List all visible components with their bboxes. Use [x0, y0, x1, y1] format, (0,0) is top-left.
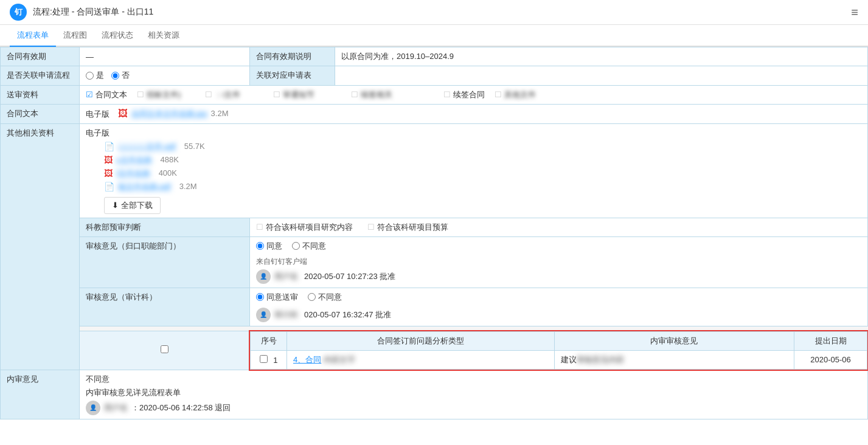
- related-process-label: 是否关联申请流程: [1, 66, 80, 86]
- col-opinion-header: 内审审核意见: [554, 331, 794, 350]
- contract-validity-label: 合同有效期: [1, 47, 80, 66]
- issue-row-1-type: 4、合同 内容文字: [287, 350, 555, 369]
- tab-process-form[interactable]: 流程表单: [10, 25, 56, 47]
- download-all-button[interactable]: ⬇ 全部下载: [104, 197, 161, 214]
- main-content: 合同有效期 — 合同有效期说明 以原合同为准，2019.10–2024.9 是否…: [0, 47, 868, 437]
- contract-text-value: 电子版 🖼 合同文本文件名称.jpg 3.2M: [80, 104, 868, 123]
- related-process-no-radio[interactable]: 否: [111, 70, 130, 81]
- contract-validity-desc-label: 合同有效期说明: [250, 47, 335, 66]
- contract-file-size: 3.2M: [211, 109, 229, 118]
- related-table-label: 关联对应申请表: [250, 66, 335, 86]
- other-materials-version: 电子版 📄 □□□□□□文件.pdf 55.7K 🖼 y文件名称 488K: [80, 123, 868, 218]
- audit-approval: 👤 审计科 020-05-07 16:32:47 批准: [256, 308, 861, 322]
- inner-opinion-disagree: 不同意: [86, 374, 861, 385]
- contract-text-row: 合同文本 电子版 🖼 合同文本文件名称.jpg 3.2M: [1, 104, 868, 123]
- other-materials-label: 其他相关资料: [1, 123, 80, 370]
- audit-opinion-row: 审核意见（审计科） 同意送审 不同意 👤 审计科 020-05-07: [1, 288, 868, 326]
- app-logo: 钉: [10, 4, 27, 21]
- inner-opinion-date: ：2020-05-06 14:22:58 退回: [131, 402, 231, 413]
- col-date-header: 提出日期: [794, 331, 867, 350]
- audit-user-name: 审计科: [274, 309, 298, 320]
- submit-materials-value: ☑ 合同文本 ☐ 招标文件) ☐ ：i文件 ☐ 审通知节 ☐ 续签相关: [80, 85, 868, 104]
- submit-materials-row: 送审资料 ☑ 合同文本 ☐ 招标文件) ☐ ：i文件 ☐ 审通知节: [1, 85, 868, 104]
- submit-materials-label: 送审资料: [1, 85, 80, 104]
- material-checkbox-2[interactable]: ☐ 招标文件): [137, 89, 195, 100]
- inner-opinion-row: 内审意见 不同意 内审审核意见详见流程表单 👤 用户名 ：2020-05-06 …: [1, 370, 868, 419]
- tab-related-resources[interactable]: 相关资源: [141, 25, 187, 46]
- issue-row-1-num: 1: [251, 350, 287, 369]
- inner-opinion-avatar: 👤: [86, 401, 100, 415]
- file-icon-img: 🖼: [118, 108, 128, 119]
- other-file-4: 📄 核文件名称.pdf 3.2M: [104, 181, 861, 192]
- col-num-header: 序号: [251, 331, 287, 350]
- audit-opinion-value: 同意送审 不同意 👤 审计科 020-05-07 16:32:47 批准: [250, 288, 868, 326]
- tab-process-diagram[interactable]: 流程图: [56, 25, 94, 46]
- other-file-3-name[interactable]: f文件名称: [116, 168, 150, 179]
- audit-date: 020-05-07 16:32:47 批准: [304, 309, 391, 320]
- issue-row-1-date: 2020-05-06: [794, 350, 867, 369]
- spacer-row: [1, 326, 868, 331]
- contract-validity-desc-value: 以原合同为准，2019.10–2024.9: [335, 47, 868, 66]
- issue-row-1: 1 4、合同 内容文字 建议审核意见内容 2020-05-06: [251, 350, 867, 369]
- kejiaobu-row: 科教部预审判断 ☐ 符合该科研项目研究内容 ☐ 符合该科研项目预算: [1, 218, 868, 236]
- review-source: 来自钉钉客户端: [256, 257, 861, 267]
- header: 钉 流程:处理 - 合同送审单 - 出口11 ≡: [0, 0, 868, 25]
- material-checkbox-3[interactable]: ☐ ：i文件: [205, 89, 263, 100]
- issue-row-1-opinion: 建议审核意见内容: [554, 350, 794, 369]
- other-file-1-name[interactable]: □□□□□□文件.pdf: [118, 141, 176, 152]
- pdf-icon-4: 📄: [104, 182, 114, 191]
- related-process-yes-radio[interactable]: 是: [86, 70, 104, 81]
- material-checkbox-4[interactable]: ☐ 审通知节: [273, 89, 332, 100]
- contract-text-label: 合同文本: [1, 104, 80, 123]
- other-file-2-size: 488K: [161, 155, 179, 164]
- menu-icon[interactable]: ≡: [851, 5, 858, 19]
- issue-row-1-checkbox[interactable]: [260, 355, 268, 363]
- page-title: 流程:处理 - 合同送审单 - 出口11: [33, 7, 153, 18]
- review-agree-radio[interactable]: 同意: [256, 241, 282, 252]
- inner-opinion-user-date: 👤 用户名 ：2020-05-06 14:22:58 退回: [86, 401, 861, 415]
- nav-tabs: 流程表单 流程图 流程状态 相关资源: [0, 25, 868, 47]
- material-checkbox-1[interactable]: ☑ 合同文本: [86, 89, 127, 100]
- review-opinion-row: 审核意见（归口职能部门） 同意 不同意 来自钉钉客户端 👤 用户名: [1, 236, 868, 288]
- related-table-value: [335, 66, 868, 86]
- material-checkbox-7[interactable]: ☐ 其他文件: [495, 89, 565, 100]
- review-user-name: 用户名: [274, 271, 298, 282]
- related-process-row: 是否关联申请流程 是 否 关联对应申请表: [1, 66, 868, 86]
- material-checkbox-6[interactable]: ☐ 续签合同: [443, 89, 485, 100]
- inner-opinion-user: 用户名: [104, 402, 128, 413]
- contract-file-name[interactable]: 合同文本文件名称.jpg: [131, 108, 207, 119]
- other-materials-row: 其他相关资料 电子版 📄 □□□□□□文件.pdf 55.7K 🖼 y文件名称: [1, 123, 868, 218]
- other-file-4-size: 3.2M: [179, 182, 197, 191]
- kejiaobu-value: ☐ 符合该科研项目研究内容 ☐ 符合该科研项目预算: [250, 218, 868, 236]
- tab-process-status[interactable]: 流程状态: [94, 25, 141, 46]
- other-file-1-size: 55.7K: [184, 142, 205, 151]
- inner-opinion-detail: 内审审核意见详见流程表单: [86, 387, 861, 398]
- inner-opinion-label: 内审意见: [1, 370, 80, 419]
- issue-table-header-row: 序号 合同签订前问题分析类型 内审审核意见 提出日期: [1, 331, 868, 370]
- audit-disagree-radio[interactable]: 不同意: [308, 292, 342, 303]
- inner-opinion-value: 不同意 内审审核意见详见流程表单 👤 用户名 ：2020-05-06 14:22…: [80, 370, 868, 419]
- inner-table-header: 序号 合同签订前问题分析类型 内审审核意见 提出日期: [251, 331, 867, 350]
- contract-validity-row: 合同有效期 — 合同有效期说明 以原合同为准，2019.10–2024.9: [1, 47, 868, 66]
- other-file-4-name[interactable]: 核文件名称.pdf: [118, 181, 171, 192]
- kejiaobu-label: 科教部预审判断: [80, 218, 250, 236]
- audit-agree-radio[interactable]: 同意送审: [256, 292, 298, 303]
- other-file-2: 🖼 y文件名称 488K: [104, 154, 861, 165]
- col-type-header: 合同签订前问题分析类型: [287, 331, 555, 350]
- audit-user-avatar: 👤: [256, 308, 271, 322]
- material-checkbox-5[interactable]: ☐ 续签相关: [351, 89, 434, 100]
- select-all-checkbox[interactable]: [161, 345, 168, 353]
- review-user-avatar: 👤: [256, 269, 271, 284]
- review-disagree-radio[interactable]: 不同意: [292, 241, 326, 252]
- related-process-options: 是 否: [80, 66, 250, 86]
- review-opinion-label: 审核意见（归口职能部门）: [80, 236, 250, 288]
- img-icon-2: 🖼: [104, 155, 113, 165]
- review-approval: 👤 用户名 2020-05-07 10:27:23 批准: [256, 269, 861, 284]
- img-icon-3: 🖼: [104, 168, 113, 178]
- other-file-3-size: 400K: [159, 168, 177, 178]
- other-file-3: 🖼 f文件名称 400K: [104, 168, 861, 179]
- review-date: 2020-05-07 10:27:23 批准: [304, 271, 395, 282]
- kejiaobu-checkbox-2[interactable]: ☐ 符合该科研项目预算: [367, 222, 448, 233]
- kejiaobu-checkbox-1[interactable]: ☐ 符合该科研项目研究内容: [256, 222, 353, 233]
- other-file-2-name[interactable]: y文件名称: [116, 154, 152, 165]
